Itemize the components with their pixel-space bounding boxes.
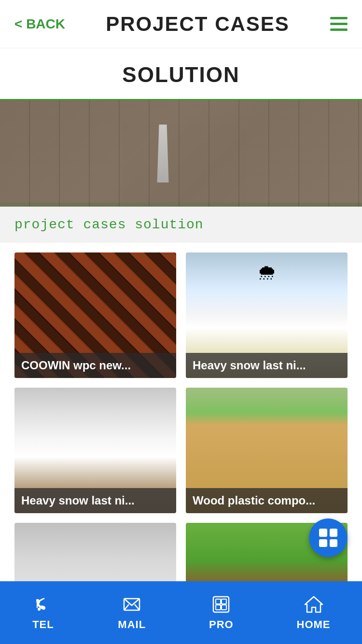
hero-image bbox=[0, 100, 362, 207]
svg-marker-9 bbox=[305, 597, 322, 612]
menu-line-3 bbox=[330, 28, 348, 31]
nav-mail-label: MAIL bbox=[118, 618, 146, 631]
fab-icon-bl bbox=[319, 539, 327, 547]
grid-caption-3: Heavy snow last ni... bbox=[14, 488, 176, 513]
fab-icon-tl bbox=[319, 529, 327, 537]
nav-home-label: HOME bbox=[297, 618, 331, 631]
back-label: < BACK bbox=[14, 16, 65, 32]
svg-line-3 bbox=[135, 604, 139, 610]
menu-button[interactable] bbox=[330, 17, 348, 31]
pro-icon bbox=[209, 594, 233, 615]
nav-tel[interactable]: TEL bbox=[31, 594, 55, 631]
nav-pro[interactable]: PRO bbox=[209, 594, 234, 631]
fab-grid-icon bbox=[319, 529, 337, 547]
home-icon bbox=[302, 594, 325, 615]
nav-home[interactable]: HOME bbox=[297, 594, 331, 631]
tel-icon bbox=[31, 594, 55, 615]
fab-icon-tr bbox=[330, 529, 338, 537]
hero-inner bbox=[0, 100, 362, 207]
mail-icon bbox=[120, 594, 143, 615]
menu-line-2 bbox=[330, 23, 348, 25]
menu-line-1 bbox=[330, 17, 348, 19]
grid-item-2[interactable]: Heavy snow last ni... bbox=[186, 252, 348, 378]
page-title: PROJECT CASES bbox=[106, 13, 290, 36]
bottom-nav: TEL MAIL PRO bbox=[0, 581, 362, 644]
subtitle: SOLUTION bbox=[0, 48, 362, 100]
grid-caption-4: Wood plastic compo... bbox=[186, 488, 348, 513]
back-button[interactable]: < BACK bbox=[14, 16, 65, 32]
fab-icon-br bbox=[330, 539, 338, 547]
svg-rect-8 bbox=[222, 605, 226, 610]
grid-item-3[interactable]: Heavy snow last ni... bbox=[14, 388, 176, 513]
header: < BACK PROJECT CASES bbox=[0, 0, 362, 48]
fab-button[interactable] bbox=[309, 518, 348, 557]
svg-point-0 bbox=[38, 608, 41, 611]
svg-rect-7 bbox=[216, 605, 221, 610]
grid-item-1[interactable]: COOWIN wpc new... bbox=[14, 252, 176, 378]
grid-caption-1: COOWIN wpc new... bbox=[14, 353, 176, 378]
svg-rect-5 bbox=[216, 599, 221, 604]
nav-mail[interactable]: MAIL bbox=[118, 594, 146, 631]
nav-tel-label: TEL bbox=[32, 618, 54, 631]
svg-rect-6 bbox=[222, 599, 226, 604]
svg-line-2 bbox=[124, 604, 129, 610]
grid-caption-2: Heavy snow last ni... bbox=[186, 353, 348, 378]
grid-item-4[interactable]: Wood plastic compo... bbox=[186, 388, 348, 513]
nav-pro-label: PRO bbox=[209, 618, 234, 631]
section-label: project cases solution bbox=[0, 207, 362, 243]
